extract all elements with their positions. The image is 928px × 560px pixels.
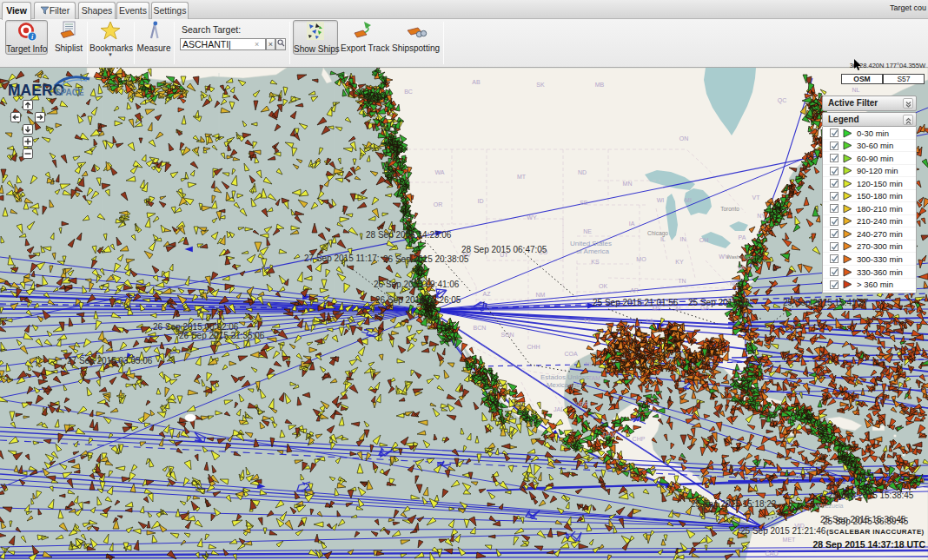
svg-text:MET: MET [783, 537, 797, 543]
svg-text:28 Sep 2015 06:47:05: 28 Sep 2015 06:47:05 [461, 245, 547, 254]
svg-text:MO: MO [636, 256, 646, 262]
svg-text:CHP: CHP [633, 436, 646, 442]
svg-text:25 Sep 2015 21:21:46: 25 Sep 2015 21:21:46 [740, 526, 826, 536]
svg-text:NC: NC [730, 280, 739, 287]
svg-text:AR: AR [630, 287, 639, 293]
svg-text:VER: VER [576, 401, 588, 407]
svg-text:BCN: BCN [474, 325, 487, 331]
svg-text:United States: United States [570, 240, 612, 247]
svg-text:IN: IN [680, 236, 686, 242]
svg-text:25 Sep 2015 21:01:56: 25 Sep 2015 21:01:56 [593, 298, 679, 307]
svg-text:SK: SK [536, 82, 545, 88]
svg-text:COA: COA [564, 351, 578, 357]
svg-text:AZ: AZ [483, 291, 492, 297]
svg-text:Mexicanos: Mexicanos [547, 381, 580, 389]
svg-text:SON: SON [500, 332, 514, 338]
svg-text:27 Sep 2015 11:17:: 27 Sep 2015 11:17: [304, 254, 380, 263]
svg-text:Estados Unidos: Estados Unidos [540, 373, 589, 381]
svg-text:26 Sep 2015 20:38:05: 26 Sep 2015 20:38:05 [383, 254, 469, 264]
svg-text:OK: OK [599, 283, 607, 289]
svg-text:TN: TN [678, 278, 686, 284]
svg-text:TAM: TAM [588, 375, 600, 381]
svg-text:KY: KY [675, 259, 684, 265]
svg-text:NL: NL [852, 87, 860, 93]
svg-text:Washington: Washington [726, 254, 753, 260]
svg-text:PA: PA [739, 234, 746, 240]
svg-text:KS: KS [591, 259, 600, 265]
svg-text:Chicago: Chicago [647, 230, 668, 237]
svg-text:of America: of America [576, 247, 609, 255]
svg-text:SPACE: SPACE [55, 88, 84, 97]
svg-text:CAO: CAO [765, 550, 779, 557]
svg-text:LA: LA [646, 318, 654, 324]
svg-text:VA: VA [738, 265, 746, 271]
svg-text:NL: NL [586, 361, 593, 367]
svg-text:25 Sep 2015 15:41:37: 25 Sep 2015 15:41:37 [783, 298, 869, 307]
svg-text:28 Sep 2015 14:23:06: 28 Sep 2015 14:23:06 [366, 230, 452, 240]
svg-text:QC: QC [778, 97, 787, 104]
svg-text:26 Sep 2015 09:41:06: 26 Sep 2015 09:41:06 [374, 280, 460, 289]
svg-text:WY: WY [527, 214, 537, 221]
svg-text:OH: OH [699, 237, 709, 243]
svg-text:BC: BC [404, 89, 413, 95]
svg-text:WA: WA [434, 169, 444, 175]
svg-text:MB: MB [595, 82, 605, 88]
svg-text:(SCALEBAR INACCURATE): (SCALEBAR INACCURATE) [826, 528, 925, 536]
svg-text:ID: ID [478, 198, 484, 204]
svg-text:TX: TX [584, 318, 592, 324]
svg-text:28 Sep 2015 14:37:18 UTC: 28 Sep 2015 14:37:18 UTC [812, 539, 925, 550]
svg-text:NE: NE [583, 228, 592, 234]
svg-text:25 Sep 2015 15:38:45: 25 Sep 2015 15:38:45 [828, 491, 914, 500]
svg-text:IA: IA [629, 221, 635, 227]
svg-text:NM: NM [536, 292, 546, 298]
svg-text:27 Sep 2015 03:05:06: 27 Sep 2015 03:05:06 [67, 356, 153, 366]
svg-text:Venezuela: Venezuela [815, 503, 844, 509]
svg-text:JAL: JAL [553, 406, 564, 412]
svg-text:MN: MN [623, 181, 633, 187]
svg-text:AB: AB [472, 79, 481, 85]
svg-text:VT: VT [752, 194, 761, 201]
svg-text:25 Sep 2045 36:59:45: 25 Sep 2045 36:59:45 [823, 517, 909, 526]
svg-text:MT: MT [517, 174, 527, 180]
svg-text:WI: WI [657, 197, 665, 203]
svg-text:NY: NY [757, 213, 766, 219]
svg-text:IL: IL [660, 236, 666, 242]
svg-text:OAX: OAX [603, 432, 616, 438]
svg-text:CHH: CHH [527, 344, 540, 350]
svg-text:SD: SD [580, 200, 588, 206]
svg-text:Toronto: Toronto [720, 206, 739, 212]
svg-text:MI: MI [685, 197, 692, 203]
svg-text:ON: ON [679, 135, 689, 142]
svg-text:25 Sep 2015 19:: 25 Sep 2015 19: [688, 298, 752, 307]
svg-text:OR: OR [434, 201, 443, 208]
svg-text:26 Sep 2015 21:35:06: 26 Sep 2015 21:35:06 [179, 331, 265, 340]
svg-text:25 Sep 2015 15:18:22: 25 Sep 2015 15:18:22 [691, 499, 777, 509]
svg-text:26 Sep 2015 05:26:05: 26 Sep 2015 05:26:05 [375, 295, 461, 305]
svg-text:ND: ND [578, 169, 587, 175]
